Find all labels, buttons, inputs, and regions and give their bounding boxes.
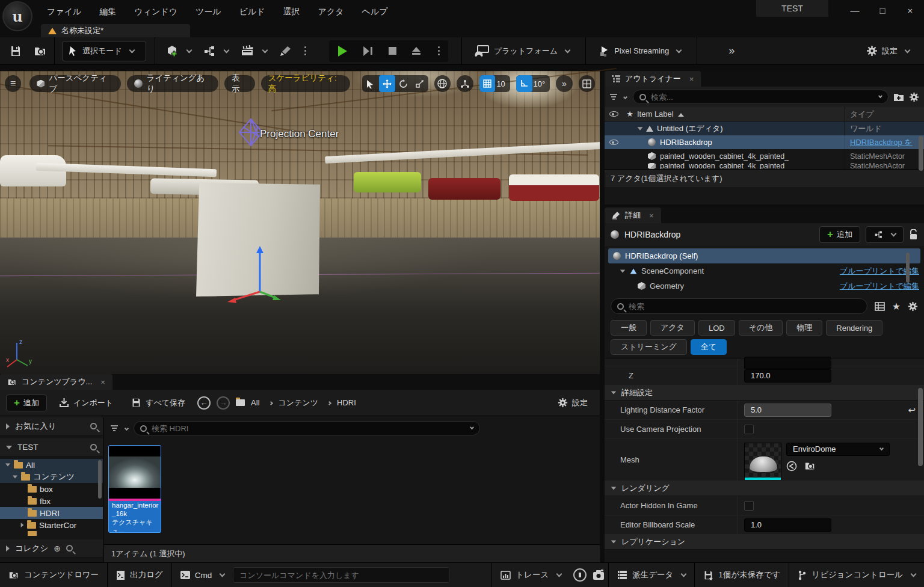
world-local-toggle[interactable]	[434, 87, 451, 92]
camera-speed-expand-button[interactable]: »	[556, 87, 572, 92]
use-selected-asset-icon[interactable]	[786, 461, 797, 472]
tab-physics[interactable]: 物理	[786, 320, 822, 336]
collections-section[interactable]: コレクシ ⊕	[0, 539, 103, 558]
edit-hdribackdrop-link[interactable]: HDRIBackdrop を	[850, 137, 913, 148]
expand-arrow-icon[interactable]	[620, 269, 626, 272]
browse-to-asset-icon[interactable]	[804, 461, 816, 471]
close-icon[interactable]: ×	[100, 378, 105, 387]
details-tab[interactable]: 詳細 ×	[605, 207, 661, 223]
menu-actor[interactable]: アクタ	[318, 7, 344, 17]
add-folder-icon[interactable]	[893, 92, 904, 102]
outliner-row-hdribackdrop[interactable]: HDRIBackdrop HDRIBackdrop を	[605, 135, 924, 149]
console-input[interactable]	[239, 571, 443, 580]
component-row-geometry[interactable]: Geometry ブループリントで編集	[605, 278, 924, 294]
details-search[interactable]	[611, 298, 867, 314]
outliner-scrollbar[interactable]	[919, 136, 923, 171]
transform-gizmo[interactable]	[217, 224, 307, 306]
breadcrumb-content[interactable]: コンテンツ	[279, 398, 319, 408]
cb-add-button[interactable]: + 追加	[6, 395, 47, 411]
menu-select[interactable]: 選択	[283, 7, 300, 17]
back-button[interactable]: ←	[197, 396, 211, 410]
component-row-scene[interactable]: SceneComponent ブループリントで編集	[605, 263, 924, 278]
perspective-dropdown[interactable]: パースペクティブ	[29, 87, 120, 92]
outliner-row-cabinet-2[interactable]: painted_wooden_cabinet_4k_painted_ Stati…	[605, 163, 924, 169]
section-advanced[interactable]: 詳細設定	[605, 386, 924, 401]
frame-skip-button[interactable]	[359, 43, 377, 60]
display-options-icon[interactable]	[875, 302, 885, 311]
close-icon[interactable]: ×	[649, 211, 654, 220]
close-button[interactable]: ×	[896, 0, 924, 20]
tab-rendering[interactable]: Rendering	[826, 320, 882, 336]
scalability-button[interactable]: スケーラビリティ:高	[261, 87, 351, 92]
blueprints-button[interactable]	[197, 41, 235, 61]
settings-dropdown[interactable]: 設定	[860, 41, 916, 61]
breadcrumb-all[interactable]: All	[251, 398, 259, 407]
breadcrumb-hdri[interactable]: HDRI	[337, 398, 356, 407]
tab-streaming[interactable]: ストリーミング	[611, 339, 687, 355]
project-title-button[interactable]: TEST	[756, 0, 828, 17]
pixel-streaming-dropdown[interactable]: Pixel Streaming	[593, 41, 687, 61]
billboard-scale-input[interactable]: 1.0	[744, 518, 831, 532]
import-button[interactable]: インポート	[53, 393, 119, 413]
use-camera-projection-checkbox[interactable]	[744, 425, 754, 434]
menu-window[interactable]: ウィンドウ	[134, 7, 177, 17]
item-label-column-header[interactable]: Item Label	[637, 109, 845, 118]
tab-all[interactable]: 全て	[691, 339, 727, 355]
unreal-logo[interactable]: u	[2, 1, 32, 31]
cmd-dropdown[interactable]: Cmd	[172, 563, 233, 587]
toolbar-expand-button[interactable]: »	[722, 41, 741, 61]
surface-snap-button[interactable]	[457, 87, 473, 92]
visibility-toggle[interactable]	[605, 140, 623, 145]
add-component-button[interactable]: + 追加	[819, 226, 860, 243]
menu-help[interactable]: ヘルプ	[362, 7, 388, 17]
add-collection-icon[interactable]: ⊕	[54, 544, 61, 553]
actor-hidden-checkbox[interactable]	[744, 501, 754, 511]
stop-button[interactable]	[383, 43, 401, 60]
search-icon[interactable]	[90, 444, 97, 450]
move-tool-button[interactable]	[379, 87, 395, 92]
tree-item-all[interactable]: All	[0, 459, 103, 471]
gear-icon[interactable]	[908, 301, 918, 312]
toolbar-overflow-button[interactable]	[298, 41, 312, 61]
angle-snap-value[interactable]: 10°	[532, 87, 550, 88]
trace-snapshot-button[interactable]	[593, 570, 605, 580]
trace-record-button[interactable]	[573, 568, 587, 582]
scale-tool-button[interactable]	[411, 87, 428, 92]
save-button[interactable]	[4, 41, 28, 61]
forward-button[interactable]: →	[217, 396, 230, 410]
add-actor-button[interactable]	[160, 41, 197, 61]
tree-item-box[interactable]: box	[0, 483, 103, 495]
angle-snap-toggle[interactable]	[516, 87, 532, 92]
close-icon[interactable]: ×	[689, 75, 694, 84]
cb-settings-dropdown[interactable]: 設定	[552, 393, 594, 413]
outliner-tab[interactable]: アウトライナー ×	[605, 71, 701, 87]
content-drawer-button[interactable]: コンテンツドロワー	[0, 563, 107, 587]
favorites-icon[interactable]: ★	[892, 301, 901, 312]
favorites-section[interactable]: お気に入り	[0, 417, 103, 435]
z-input[interactable]: 170.0	[744, 369, 831, 383]
console-command-input[interactable]	[233, 567, 449, 583]
component-row-self[interactable]: HDRIBackdrop (Self)	[608, 248, 920, 263]
eject-button[interactable]	[407, 43, 425, 60]
play-button[interactable]	[331, 43, 353, 60]
trace-dropdown[interactable]: トレース	[492, 563, 570, 587]
type-column-header[interactable]: タイプ	[845, 107, 924, 121]
save-all-button[interactable]: すべて保存	[125, 393, 191, 413]
viewport-3d[interactable]: Projection Center ≡ パースペクティブ ライティングあり 表示…	[0, 87, 600, 374]
rotate-tool-button[interactable]	[395, 87, 411, 92]
components-scrollbar[interactable]	[906, 253, 910, 283]
revision-control-dropdown[interactable]: リビジョンコントロール	[789, 563, 924, 587]
visibility-column-header[interactable]	[605, 111, 623, 117]
lighting-distance-input[interactable]: 5.0	[744, 404, 831, 417]
content-browser-button[interactable]	[28, 41, 53, 61]
outliner-row-cabinet[interactable]: painted_wooden_cabinet_4k_painted_ Stati…	[605, 149, 924, 163]
tree-item-hdri[interactable]: HDRI	[0, 507, 103, 519]
grid-snap-value[interactable]: 10	[495, 87, 510, 88]
view-mode-dropdown[interactable]: ライティングあり	[127, 87, 219, 92]
details-scrollbar[interactable]	[918, 388, 923, 466]
tab-misc[interactable]: その他	[739, 320, 783, 336]
show-dropdown[interactable]: 表示	[224, 87, 254, 92]
tab-general[interactable]: 一般	[611, 320, 647, 336]
play-options-button[interactable]	[431, 43, 446, 60]
filter-icon[interactable]	[609, 93, 619, 101]
